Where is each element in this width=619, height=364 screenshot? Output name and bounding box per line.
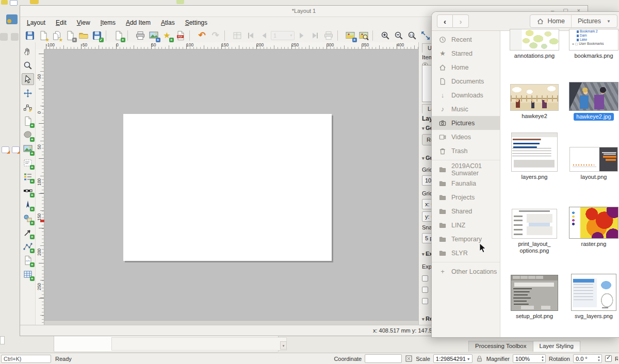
file-item-raster-png[interactable]: raster.png (565, 206, 619, 247)
add-shape-tool-button[interactable]: + (22, 212, 34, 224)
menu-layout[interactable]: Layout (22, 19, 50, 28)
file-item-hawkeye2[interactable]: hawkeye2 (506, 82, 563, 120)
sidebar-item-videos[interactable]: Videos (432, 130, 500, 144)
atlas-prev-button[interactable] (257, 29, 270, 42)
sidebar-item-downloads[interactable]: ↓Downloads (432, 88, 500, 102)
rotation-spinner[interactable]: 0.0 °▲▼ (573, 354, 602, 363)
qgis-left-toolbar-icon[interactable] (11, 33, 19, 41)
layout-manager-button[interactable]: + (63, 29, 76, 42)
zoom-extent-button[interactable]: + (344, 29, 356, 42)
extents-icon[interactable] (405, 355, 413, 362)
zoom-actual-button[interactable]: 1:1 (405, 29, 418, 42)
zoom-window-button[interactable] (357, 29, 370, 42)
qgis-toolbar-icon[interactable] (1, 0, 8, 5)
add-html-tool-button[interactable]: </>+ (22, 254, 34, 266)
new-layout-button[interactable]: ★ (37, 29, 50, 42)
sidebar-item-temporary[interactable]: Temporary (432, 232, 500, 246)
atlas-print-button[interactable] (322, 29, 335, 42)
sidebar-item-home[interactable]: Home (432, 60, 500, 74)
file-item-setup-plot-png[interactable]: setup_plot.png (506, 274, 563, 320)
atlas-settings-button[interactable] (231, 29, 243, 42)
qgis-left-toolbar-icon[interactable] (2, 146, 9, 153)
tab-processing-toolbox[interactable]: Processing Toolbox (468, 341, 533, 352)
sidebar-item-projects[interactable]: Projects (432, 190, 500, 204)
zoom-out-button[interactable] (392, 29, 405, 42)
atlas-last-button[interactable] (308, 29, 321, 42)
render-checkbox[interactable] (605, 355, 612, 362)
layout-canvas[interactable] (44, 49, 418, 325)
undo-button[interactable]: ↶ (196, 29, 208, 42)
export-image-button[interactable]: + (147, 29, 160, 42)
sidebar-item-faunalia[interactable]: Faunalia (432, 176, 500, 190)
move-content-tool-button[interactable] (22, 87, 34, 99)
pan-tool-button[interactable] (22, 45, 34, 57)
duplicate-layout-button[interactable]: ★ (50, 29, 63, 42)
add-items-from-template-button[interactable]: + (112, 29, 125, 42)
export-svg-button[interactable]: ★+ (160, 29, 173, 42)
menu-add-item[interactable]: Add Item (121, 19, 155, 28)
add-picture-tool-button[interactable]: + (22, 143, 34, 155)
add-table-tool-button[interactable]: + (22, 268, 34, 280)
file-item-bookmarks-png[interactable]: Bookmark 2DamLake▸ ▢User Bookmarksbookma… (565, 29, 619, 59)
add-node-item-tool-button[interactable]: + (22, 240, 34, 252)
sidebar-item-other-locations[interactable]: +Other Locations (432, 264, 500, 278)
print-button[interactable] (134, 29, 146, 42)
sidebar-item-trash[interactable]: Trash (432, 144, 500, 158)
atlas-page-input[interactable]: 1▼ (271, 31, 295, 40)
qgis-left-toolbar-icon[interactable] (12, 146, 20, 153)
add-arrow-tool-button[interactable]: + (22, 226, 34, 238)
horizontal-scrollbar[interactable] (44, 320, 418, 325)
file-item-layout-png[interactable]: layout.png (565, 133, 619, 180)
qgis-left-toolbar-icon[interactable] (6, 14, 18, 24)
sidebar-item-linz[interactable]: LINZ (432, 218, 500, 232)
open-template-button[interactable] (77, 29, 90, 42)
atlas-next-button[interactable] (295, 29, 308, 42)
file-item-layers-png[interactable]: layers.png (506, 133, 563, 180)
sidebar-item-music[interactable]: ♪Music (432, 102, 500, 116)
add-legend-tool-button[interactable]: + (22, 171, 34, 183)
redo-button[interactable]: ↷ (209, 29, 222, 42)
export-pdf-button[interactable]: PDF (174, 29, 187, 42)
save-as-template-button[interactable]: ✓ (90, 29, 103, 42)
scale-combo[interactable]: 1:29854291▼ (433, 354, 473, 363)
add-label-tool-button[interactable]: + (22, 157, 34, 169)
sidebar-item-shared[interactable]: Shared (432, 204, 500, 218)
edit-nodes-tool-button[interactable] (22, 101, 34, 113)
select-move-tool-button[interactable] (22, 73, 34, 85)
forward-button[interactable]: › (453, 14, 469, 28)
sidebar-item-slyr[interactable]: SLYR (432, 246, 500, 260)
qgis-toolbar-icon[interactable] (30, 0, 39, 4)
add-page-tool-button[interactable]: + (22, 115, 34, 127)
qgis-left-toolbar-icon[interactable] (0, 33, 8, 41)
menu-edit[interactable]: Edit (51, 19, 71, 28)
menu-settings[interactable]: Settings (181, 19, 212, 28)
coordinate-input[interactable] (365, 354, 402, 363)
scroll-arrow-icon[interactable]: ▾ (280, 341, 287, 350)
home-breadcrumb[interactable]: Home (530, 15, 571, 27)
file-item-annotations-png[interactable]: annotations.png (506, 29, 563, 59)
file-item-svg-layers-png[interactable]: svg_layers.png (565, 274, 619, 320)
file-item-print-layout-options-png[interactable]: print_layout_​options.png (506, 206, 563, 254)
save-button[interactable] (23, 29, 36, 42)
add-map-tool-button[interactable]: + (22, 129, 34, 141)
scale-lock-icon[interactable] (476, 355, 483, 362)
layout-page[interactable] (123, 114, 332, 261)
menu-atlas[interactable]: Atlas (156, 19, 180, 28)
sidebar-item-starred[interactable]: ★Starred (432, 46, 500, 60)
magnifier-spinner[interactable]: 100%▲▼ (513, 354, 546, 363)
menu-items[interactable]: Items (96, 19, 120, 28)
tab-layer-styling[interactable]: Layer Styling (533, 341, 580, 352)
zoom-in-button[interactable] (379, 29, 392, 42)
pictures-breadcrumb[interactable]: Pictures ▼ (571, 15, 617, 27)
atlas-first-button[interactable] (244, 29, 257, 42)
sidebar-item-documents[interactable]: Documents (432, 74, 500, 88)
file-item-hawkeye2-jpg[interactable]: hawkeye2.jpg (565, 82, 619, 121)
qgis-toolbar-icon[interactable] (176, 0, 184, 4)
add-north-arrow-tool-button[interactable]: + (22, 198, 34, 210)
sidebar-item-recent[interactable]: Recent (432, 32, 500, 46)
qgis-toolbar-icon[interactable] (10, 0, 18, 6)
locator-input[interactable]: Ctrl+K) (1, 355, 51, 363)
zoom-fit-button[interactable] (419, 29, 432, 42)
back-button[interactable]: ‹ (437, 14, 453, 28)
add-scalebar-tool-button[interactable]: + (22, 185, 34, 196)
